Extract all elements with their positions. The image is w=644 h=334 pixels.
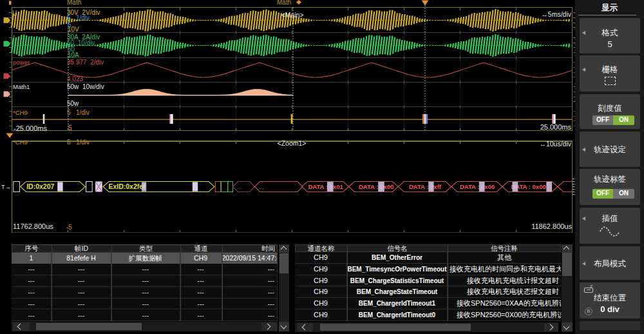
svg-text:11862.800us: 11862.800us	[531, 222, 572, 230]
svg-text:*CH9: *CH9	[13, 109, 28, 116]
svg-text:↔10us/div: ↔10us/div	[539, 140, 571, 148]
svg-text:5 1/div: 5 1/div	[67, 14, 90, 21]
svg-text:...: ...	[260, 184, 265, 190]
svg-text:Math: Math	[277, 0, 291, 6]
svg-text:<Zoom1>: <Zoom1>	[278, 139, 307, 147]
svg-text:DATA : 0x00: DATA : 0x00	[359, 183, 393, 190]
svg-text:...: ...	[237, 184, 242, 190]
svg-text:5 1/div: 5 1/div	[67, 139, 90, 146]
svg-text:power: power	[13, 59, 30, 66]
svg-text:DATA : 0x01: DATA : 0x01	[308, 183, 344, 190]
svg-text:DATA : 0x00: DATA : 0x00	[460, 183, 495, 190]
svg-text:*CH9: *CH9	[13, 139, 28, 146]
svg-text:-5: -5	[66, 224, 72, 231]
svg-text:ID:0x207: ID:0x207	[26, 182, 54, 190]
svg-text:50w 10w/div: 50w 10w/div	[67, 83, 104, 90]
svg-text:DATA : 0xff: DATA : 0xff	[409, 183, 442, 190]
svg-text:5 1/div: 5 1/div	[67, 109, 90, 116]
svg-text:Math1: Math1	[13, 83, 30, 90]
svg-text:4.023: 4.023	[67, 75, 83, 83]
svg-text:10V: 10V	[68, 26, 79, 33]
svg-text:I: I	[13, 34, 15, 41]
svg-text:50w: 50w	[67, 100, 79, 107]
svg-text:25.000ms: 25.000ms	[540, 123, 572, 131]
svg-text:<Main>: <Main>	[281, 11, 303, 19]
svg-text:35.977 2/div: 35.977 2/div	[67, 59, 104, 66]
svg-text:11762.800us: 11762.800us	[13, 222, 53, 230]
svg-text:10A: 10A	[68, 52, 79, 59]
svg-text:Math: Math	[67, 0, 81, 6]
svg-text:5: 5	[68, 124, 72, 132]
svg-text:U: U	[12, 10, 17, 17]
svg-text:ExID:0x2fef: ExID:0x2fef	[108, 182, 146, 190]
svg-text:→: →	[5, 184, 11, 190]
svg-text:-25.000ms: -25.000ms	[14, 124, 47, 132]
svg-text:↔5ms/div: ↔5ms/div	[541, 10, 571, 18]
